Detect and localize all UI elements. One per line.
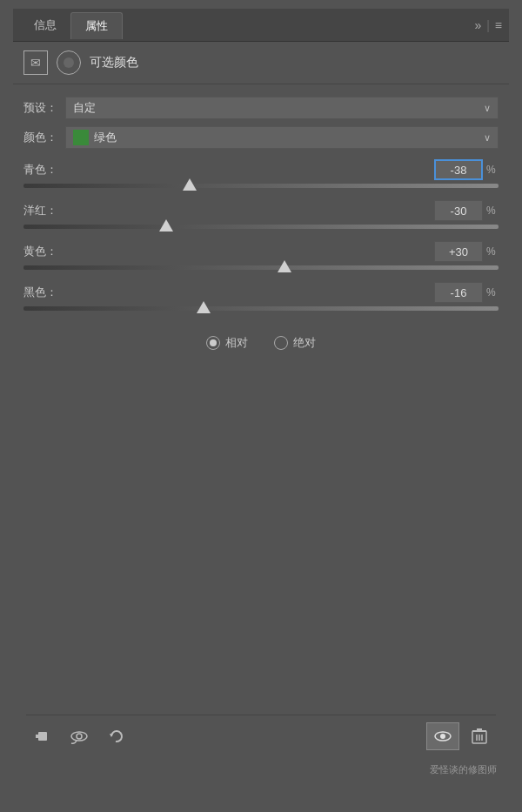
radio-relative-circle[interactable] (206, 336, 220, 350)
cyan-slider-section: 青色： % (23, 159, 499, 191)
watermark: 爱怪谈的修图师 (430, 763, 497, 776)
cyan-label: 青色： (23, 162, 65, 178)
cyan-unit: % (486, 164, 499, 176)
yellow-slider-section: 黄色： % (23, 241, 499, 273)
panel-wrapper: 信息 属性 » | ≡ ✉ 可选颜色 预设： 自定 ∨ (13, 9, 509, 783)
black-unit: % (486, 286, 499, 299)
delete-button[interactable] (463, 722, 496, 750)
cyan-row: 青色： % (23, 159, 499, 180)
radio-absolute[interactable]: 绝对 (274, 335, 316, 351)
envelope-icon[interactable]: ✉ (23, 50, 48, 75)
svg-point-4 (77, 734, 82, 739)
preset-label: 预设： (23, 100, 65, 116)
preset-dropdown[interactable]: 自定 ∨ (65, 97, 499, 119)
radio-relative[interactable]: 相对 (206, 335, 248, 351)
cyan-thumb[interactable] (183, 178, 197, 191)
preset-arrow: ∨ (484, 103, 491, 114)
black-row: 黑色： % (23, 282, 499, 303)
svg-marker-5 (110, 734, 113, 737)
yellow-thumb[interactable] (278, 260, 291, 272)
svg-rect-0 (38, 732, 47, 741)
panel-header: ✉ 可选颜色 (13, 42, 509, 84)
color-label: 颜色： (23, 130, 65, 145)
tab-icons: » | ≡ (474, 18, 502, 32)
yellow-row: 黄色： % (23, 241, 499, 262)
cyan-track[interactable] (23, 184, 499, 191)
black-input[interactable] (434, 282, 483, 303)
radio-relative-label: 相对 (225, 335, 248, 351)
svg-point-7 (440, 734, 445, 739)
preset-row: 预设： 自定 ∨ (23, 97, 499, 119)
black-label: 黑色： (23, 285, 65, 300)
black-thumb[interactable] (197, 301, 211, 313)
tab-info[interactable]: 信息 (20, 12, 70, 38)
magenta-track[interactable] (23, 225, 499, 232)
tab-bar: 信息 属性 » | ≡ (13, 9, 509, 42)
pin-button[interactable] (26, 722, 59, 750)
radio-absolute-circle[interactable] (274, 336, 288, 350)
panel-content: 预设： 自定 ∨ 颜色： 绿色 ∨ (13, 84, 509, 372)
undo-button[interactable] (99, 722, 132, 750)
black-slider-section: 黑色： % (23, 282, 499, 314)
magenta-input[interactable] (434, 200, 483, 221)
radio-absolute-label: 绝对 (293, 335, 316, 351)
color-value: 绿色 (94, 130, 117, 145)
magenta-row: 洋红： % (23, 200, 499, 221)
black-track[interactable] (23, 306, 499, 314)
double-arrow-icon[interactable]: » (474, 18, 481, 32)
yellow-unit: % (486, 245, 499, 258)
eye-link-button[interactable] (63, 722, 96, 750)
bottom-toolbar (26, 715, 496, 757)
eye-button[interactable] (426, 722, 459, 750)
menu-icon[interactable]: ≡ (495, 18, 502, 32)
color-swatch (73, 130, 89, 145)
magenta-thumb[interactable] (159, 219, 173, 232)
preset-value: 自定 (73, 100, 96, 116)
sliders-container: 青色： % 洋红： % (23, 159, 499, 314)
svg-rect-2 (36, 735, 38, 738)
magenta-slider-section: 洋红： % (23, 200, 499, 232)
tab-properties[interactable]: 属性 (70, 12, 123, 39)
circle-icon[interactable] (57, 50, 81, 75)
yellow-track[interactable] (23, 265, 499, 273)
color-dropdown[interactable]: 绿色 ∨ (65, 126, 499, 149)
color-row: 颜色： 绿色 ∨ (23, 126, 499, 149)
yellow-input[interactable] (434, 241, 483, 262)
magenta-label: 洋红： (23, 203, 65, 218)
cyan-input[interactable] (434, 159, 483, 180)
color-arrow: ∨ (484, 132, 491, 144)
yellow-label: 黄色： (23, 244, 65, 259)
magenta-unit: % (486, 205, 499, 217)
panel-title: 可选颜色 (90, 55, 138, 70)
radio-row: 相对 绝对 (23, 323, 499, 359)
